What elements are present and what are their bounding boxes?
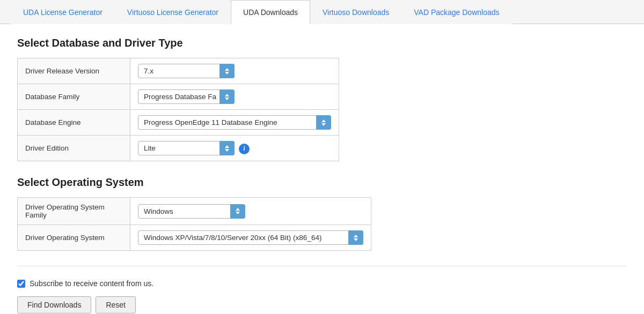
field-cell-database-engine: Progress OpenEdge 11 Database EngineProg…	[130, 110, 339, 136]
subscribe-checkbox[interactable]	[17, 280, 25, 288]
tab-virtuoso-downloads[interactable]: Virtuoso Downloads	[310, 0, 401, 24]
field-cell-driver-os-family: WindowsLinuxmacOSSolaris	[130, 198, 371, 225]
select-driver-os-family[interactable]: WindowsLinuxmacOSSolaris	[138, 204, 245, 219]
reset-button[interactable]: Reset	[96, 296, 136, 313]
form-row-driver-os: Driver Operating SystemWindows XP/Vista/…	[18, 225, 371, 251]
field-label-driver-os-family: Driver Operating System Family	[18, 198, 130, 225]
field-cell-driver-os: Windows XP/Vista/7/8/10/Server 20xx (64 …	[130, 225, 371, 251]
main-content: Select Database and Driver Type Driver R…	[0, 24, 644, 314]
subscribe-row: Subscribe to receive content from us.	[17, 279, 627, 288]
select-wrapper-driver-edition: LiteEnterprise	[138, 141, 235, 155]
field-label-driver-edition: Driver Edition	[18, 136, 130, 161]
select-database-family[interactable]: Progress Database FamilyOracleMySQLPostg…	[138, 89, 235, 104]
select-driver-release-version[interactable]: 6.x7.x8.x	[138, 64, 235, 78]
section2-title: Select Operating System	[17, 176, 627, 189]
select-driver-os[interactable]: Windows XP/Vista/7/8/10/Server 20xx (64 …	[138, 230, 363, 245]
divider	[17, 266, 627, 266]
select-wrapper-database-family: Progress Database FamilyOracleMySQLPostg…	[138, 89, 235, 104]
select-driver-edition[interactable]: LiteEnterprise	[138, 141, 235, 155]
form-row-driver-release-version: Driver Release Version6.x7.x8.x	[18, 58, 339, 84]
select-wrapper-driver-release-version: 6.x7.x8.x	[138, 64, 235, 78]
subscribe-label[interactable]: Subscribe to receive content from us.	[30, 279, 153, 288]
tab-uda-license-generator[interactable]: UDA License Generator	[11, 0, 115, 24]
form-row-database-engine: Database EngineProgress OpenEdge 11 Data…	[18, 110, 339, 136]
field-label-database-engine: Database Engine	[18, 110, 130, 136]
section2-table: Driver Operating System FamilyWindowsLin…	[17, 197, 371, 251]
field-label-driver-release-version: Driver Release Version	[18, 58, 130, 84]
select-wrapper-database-engine: Progress OpenEdge 11 Database EngineProg…	[138, 115, 331, 130]
select-database-engine[interactable]: Progress OpenEdge 11 Database EngineProg…	[138, 115, 331, 130]
field-cell-database-family: Progress Database FamilyOracleMySQLPostg…	[130, 84, 339, 110]
tab-vad-package-downloads[interactable]: VAD Package Downloads	[401, 0, 511, 24]
field-cell-driver-release-version: 6.x7.x8.x	[130, 58, 339, 84]
form-row-database-family: Database FamilyProgress Database FamilyO…	[18, 84, 339, 110]
info-icon-driver-edition[interactable]: i	[239, 144, 250, 154]
select-wrapper-driver-os: Windows XP/Vista/7/8/10/Server 20xx (64 …	[138, 230, 363, 245]
tab-virtuoso-license-generator[interactable]: Virtuoso License Generator	[115, 0, 231, 24]
select-wrapper-driver-os-family: WindowsLinuxmacOSSolaris	[138, 204, 245, 219]
tabs-bar: UDA License GeneratorVirtuoso License Ge…	[0, 0, 644, 24]
button-row: Find Downloads Reset	[17, 296, 627, 313]
form-row-driver-os-family: Driver Operating System FamilyWindowsLin…	[18, 198, 371, 225]
find-downloads-button[interactable]: Find Downloads	[17, 296, 91, 313]
field-label-database-family: Database Family	[18, 84, 130, 110]
field-cell-driver-edition: LiteEnterprisei	[130, 136, 339, 161]
form-row-driver-edition: Driver EditionLiteEnterprisei	[18, 136, 339, 161]
section1-title: Select Database and Driver Type	[17, 37, 627, 49]
section1-table: Driver Release Version6.x7.x8.xDatabase …	[17, 58, 339, 161]
field-label-driver-os: Driver Operating System	[18, 225, 130, 251]
tab-uda-downloads[interactable]: UDA Downloads	[231, 0, 310, 24]
